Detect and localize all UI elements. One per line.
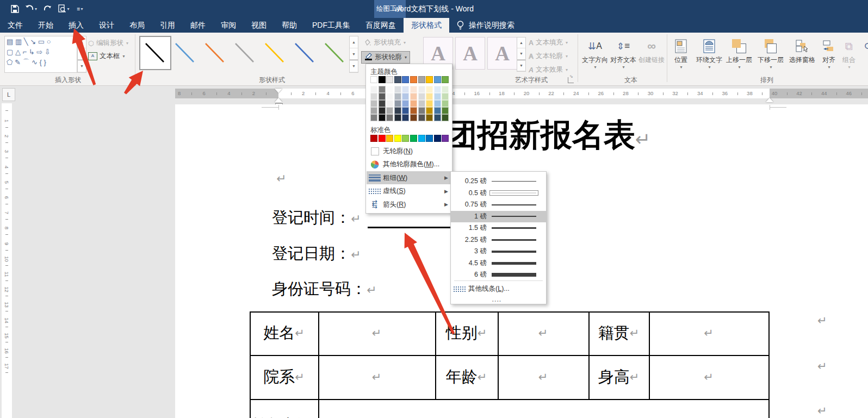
theme-color-variant-swatch[interactable] [418, 93, 425, 100]
tab-布局[interactable]: 布局 [122, 18, 152, 33]
theme-color-variant-swatch[interactable] [386, 86, 393, 93]
menu-item-虚线[interactable]: 虚线(S)▶ [367, 185, 451, 198]
theme-color-swatch[interactable] [386, 76, 393, 83]
standard-color-swatch[interactable] [379, 135, 386, 142]
text-box-button[interactable]: A 文本框▾ [88, 52, 125, 61]
theme-color-variant-swatch[interactable] [394, 93, 401, 100]
theme-color-variant-swatch[interactable] [370, 93, 377, 100]
text-outline-button[interactable]: A 文本轮廓▾ [529, 52, 568, 61]
theme-color-variant-swatch[interactable] [442, 86, 449, 93]
theme-color-variant-swatch[interactable] [386, 107, 393, 114]
position-button[interactable]: 位置▾ [670, 37, 692, 70]
tab-邮件[interactable]: 邮件 [183, 18, 213, 33]
weight-item-1磅[interactable]: 1 磅 [451, 211, 546, 223]
shape-style-tile-4[interactable] [230, 37, 259, 68]
create-link-button[interactable]: ∞ 创建链接 [637, 37, 666, 65]
theme-color-variant-swatch[interactable] [402, 100, 409, 107]
wordart-style-2[interactable]: A [455, 37, 485, 70]
tab-形状格式[interactable]: 形状格式 [404, 18, 449, 33]
theme-color-swatch[interactable] [379, 76, 386, 83]
shape-style-tile-7[interactable] [320, 37, 349, 68]
print-preview-icon[interactable]: ▾ [54, 3, 73, 15]
theme-color-swatch[interactable] [426, 76, 433, 83]
weight-item-4.5磅[interactable]: 4.5 磅 [451, 258, 546, 270]
tab-审阅[interactable]: 审阅 [213, 18, 244, 33]
standard-color-swatch[interactable] [370, 135, 377, 142]
theme-color-variant-swatch[interactable] [394, 86, 401, 93]
shape-style-tile-3[interactable] [200, 37, 229, 68]
tab-设计[interactable]: 设计 [91, 18, 122, 33]
save-icon[interactable] [8, 3, 22, 15]
theme-color-swatch[interactable] [402, 76, 409, 83]
hanging-indent-marker[interactable] [275, 94, 282, 102]
shape-style-tile-5[interactable] [260, 37, 289, 68]
theme-color-variant-swatch[interactable] [394, 100, 401, 107]
undo-icon[interactable]: ▾ [22, 3, 40, 15]
theme-color-variant-swatch[interactable] [442, 93, 449, 100]
standard-color-swatch[interactable] [426, 135, 433, 142]
theme-color-variant-swatch[interactable] [410, 100, 417, 107]
group-objects-button[interactable]: ⧉ 组合▾ [840, 37, 858, 70]
tab-PDF工具集[interactable]: PDF工具集 [305, 18, 358, 33]
shape-style-tile-2[interactable] [170, 37, 199, 68]
tab-插入[interactable]: 插入 [61, 18, 91, 33]
theme-color-variant-swatch[interactable] [386, 93, 393, 100]
theme-color-variant-swatch[interactable] [379, 100, 386, 107]
theme-color-variant-swatch[interactable] [386, 114, 393, 121]
theme-color-variant-swatch[interactable] [426, 93, 433, 100]
theme-color-variant-swatch[interactable] [394, 114, 401, 121]
send-backward-button[interactable]: 下移一层▾ [755, 37, 786, 70]
theme-color-variant-swatch[interactable] [442, 100, 449, 107]
standard-color-swatch[interactable] [394, 135, 401, 142]
standard-color-swatch[interactable] [410, 135, 417, 142]
shape-styles-scrollbar[interactable]: ▲▼▼ [349, 36, 358, 73]
weight-item-3磅[interactable]: 3 磅 [451, 246, 546, 258]
text-direction-button[interactable]: ⇊A 文字方向▾ [581, 37, 609, 70]
vertical-ruler[interactable]: 1234567891011121314151617 [2, 103, 12, 418]
theme-color-swatch[interactable] [370, 76, 377, 83]
text-fill-button[interactable]: A 文本填充▾ [529, 38, 568, 47]
standard-color-swatch[interactable] [386, 135, 393, 142]
theme-color-variant-swatch[interactable] [379, 93, 386, 100]
tab-文件[interactable]: 文件 [0, 18, 30, 33]
tab-帮助[interactable]: 帮助 [274, 18, 305, 33]
theme-color-variant-swatch[interactable] [379, 86, 386, 93]
theme-color-variant-swatch[interactable] [370, 107, 377, 114]
theme-color-variant-swatch[interactable] [370, 114, 377, 121]
tab-百度网盘[interactable]: 百度网盘 [358, 18, 404, 33]
theme-color-variant-swatch[interactable] [418, 86, 425, 93]
standard-color-swatch[interactable] [402, 135, 409, 142]
theme-color-variant-swatch[interactable] [434, 86, 441, 93]
weight-item-0.25磅[interactable]: 0.25 磅 [451, 176, 546, 188]
standard-color-swatch[interactable] [442, 135, 449, 142]
standard-color-swatch[interactable] [418, 135, 425, 142]
align-objects-button[interactable]: 对齐▾ [819, 37, 839, 70]
theme-color-variant-swatch[interactable] [370, 86, 377, 93]
theme-color-swatch[interactable] [434, 76, 441, 83]
theme-color-variant-swatch[interactable] [442, 107, 449, 114]
theme-color-variant-swatch[interactable] [402, 86, 409, 93]
theme-color-variant-swatch[interactable] [394, 107, 401, 114]
theme-color-variant-swatch[interactable] [386, 100, 393, 107]
shape-style-tile-6[interactable] [290, 37, 319, 68]
shapes-gallery-scrollbar[interactable]: ▲▼▼ [77, 36, 86, 73]
standard-color-swatch[interactable] [434, 135, 441, 142]
weight-item-6磅[interactable]: 6 磅 [451, 269, 546, 281]
theme-color-variant-swatch[interactable] [370, 100, 377, 107]
theme-color-variant-swatch[interactable] [418, 100, 425, 107]
tab-引用[interactable]: 引用 [152, 18, 183, 33]
customize-qat-icon[interactable]: ≡▾ [73, 3, 87, 15]
rotate-button-partial[interactable]: ⟳ [860, 37, 868, 55]
wordart-dialog-launcher-icon[interactable]: ⇘ [568, 77, 574, 83]
theme-color-variant-swatch[interactable] [434, 100, 441, 107]
theme-color-swatch[interactable] [410, 76, 417, 83]
right-indent-marker[interactable] [766, 94, 773, 102]
insert-shapes-gallery[interactable]: ▤ ▥ ╲ ↘ ▭ ○ ▢ △ ⌐ ↳ ⇨ ⇩ ⬠ ✎ ⌒ ∿ { } [4, 36, 77, 73]
theme-color-variant-swatch[interactable] [402, 93, 409, 100]
selection-pane-button[interactable]: 选择窗格 [786, 37, 818, 65]
theme-color-variant-swatch[interactable] [426, 100, 433, 107]
wordart-scrollbar[interactable]: ▲▼▼ [517, 37, 526, 72]
theme-color-swatch[interactable] [418, 76, 425, 83]
bring-forward-button[interactable]: 上移一层▾ [723, 37, 755, 70]
text-effects-button[interactable]: A 文本效果▾ [529, 65, 568, 74]
